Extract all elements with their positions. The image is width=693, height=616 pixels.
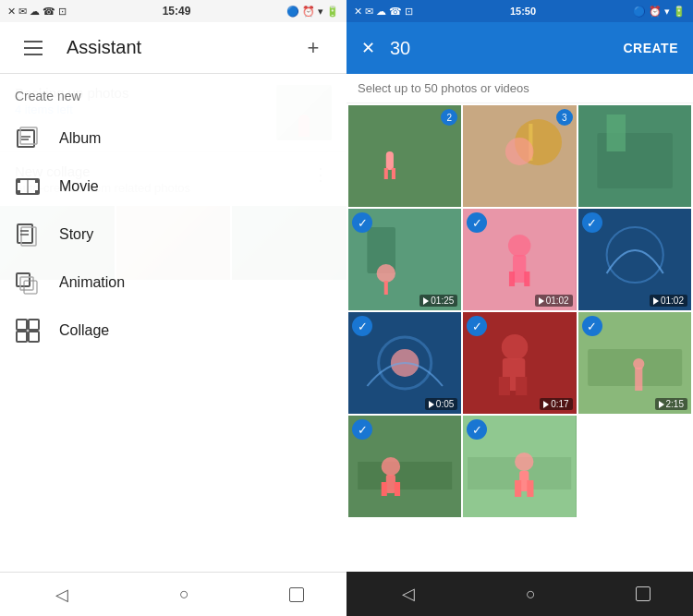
check-badge-4: ✓ [352, 212, 372, 233]
right-panel: ✕ ✉ ☁ ☎ ⊡ 15:50 🔵 ⏰ ▾ 🔋 ✕ 30 CREATE Sele… [346, 0, 693, 616]
svg-point-40 [508, 235, 530, 257]
duration-9: 2:15 [655, 398, 687, 410]
status-icons-left: ✕ ✉ ☁ ☎ ⊡ [7, 6, 67, 18]
svg-point-57 [633, 358, 644, 369]
menu-item-collage[interactable]: Collage [15, 307, 332, 355]
svg-rect-10 [17, 190, 20, 194]
svg-rect-59 [358, 462, 452, 489]
photo-cell-2[interactable]: 3 [463, 105, 576, 207]
photo-cell-3[interactable] [578, 105, 691, 207]
photo-cell-11[interactable]: ✓ [463, 416, 576, 517]
svg-rect-62 [382, 482, 387, 496]
photo-cell-5[interactable]: ✓ 01:02 [463, 209, 576, 310]
duration-8: 0:17 [540, 398, 572, 410]
collage-icon [15, 318, 41, 344]
duration-5: 01:02 [535, 295, 573, 307]
story-icon [15, 222, 41, 248]
svg-rect-2 [24, 54, 43, 55]
svg-rect-11 [35, 190, 39, 194]
menu-button[interactable] [15, 30, 52, 66]
album-label: Album [59, 130, 101, 147]
select-hint: Select up to 50 photos or videos [346, 74, 693, 103]
svg-point-37 [377, 264, 395, 283]
status-time-right: 15:50 [510, 6, 536, 17]
svg-rect-17 [17, 273, 30, 286]
page-title: Assistant [67, 37, 280, 58]
svg-point-60 [382, 457, 400, 476]
recents-button-right[interactable] [636, 586, 650, 601]
close-button[interactable]: ✕ [361, 38, 375, 58]
svg-rect-61 [386, 475, 395, 493]
photo-cell-9[interactable]: ✓ 2:15 [578, 312, 691, 414]
svg-rect-8 [17, 179, 20, 183]
svg-rect-23 [29, 332, 39, 342]
movie-label: Movie [59, 178, 99, 195]
album-icon [15, 126, 41, 151]
movie-icon [15, 174, 41, 199]
check-badge-7: ✓ [352, 316, 372, 336]
check-badge-10: ✓ [352, 419, 372, 440]
svg-rect-0 [24, 41, 43, 42]
photo-grid: 2 3 [346, 103, 693, 572]
svg-rect-42 [509, 272, 515, 286]
status-bar-left: ✕ ✉ ☁ ☎ ⊡ 15:49 🔵 ⏰ ▾ 🔋 [0, 0, 346, 22]
check-badge-6: ✓ [582, 212, 602, 233]
add-button[interactable]: + [295, 30, 332, 66]
svg-rect-52 [499, 377, 510, 395]
svg-rect-56 [635, 368, 642, 391]
svg-rect-68 [515, 480, 521, 497]
status-bar-right: ✕ ✉ ☁ ☎ ⊡ 15:50 🔵 ⏰ ▾ 🔋 [346, 0, 693, 22]
selection-count: 30 [390, 38, 608, 59]
duration-4: 01:25 [419, 295, 457, 307]
photo-cell-6[interactable]: ✓ 01:02 [578, 209, 691, 310]
svg-rect-21 [29, 320, 39, 330]
home-button-right[interactable]: ○ [513, 575, 550, 612]
svg-point-31 [505, 138, 534, 165]
bottom-nav-left: ◁ ○ [0, 572, 346, 616]
collage-label: Collage [59, 322, 109, 339]
svg-rect-26 [384, 168, 388, 179]
status-icons-left-right: ✕ ✉ ☁ ☎ ⊡ [354, 6, 413, 18]
svg-point-50 [502, 334, 529, 360]
status-time-left: 15:49 [163, 5, 191, 18]
create-button[interactable]: CREATE [623, 41, 678, 55]
menu-item-album[interactable]: Album [15, 115, 332, 163]
svg-rect-69 [528, 480, 534, 497]
bottom-nav-right: ◁ ○ [346, 572, 693, 616]
svg-rect-25 [386, 151, 394, 170]
svg-rect-43 [525, 272, 530, 286]
back-button-left[interactable]: ◁ [43, 576, 80, 613]
photo-bg-3 [578, 105, 691, 207]
svg-point-66 [515, 453, 533, 471]
svg-rect-18 [20, 277, 33, 290]
svg-rect-20 [17, 320, 27, 330]
menu-item-story[interactable]: Story [15, 211, 332, 259]
duration-6: 01:02 [650, 295, 687, 307]
left-panel: ✕ ✉ ☁ ☎ ⊡ 15:49 🔵 ⏰ ▾ 🔋 Assistant + Back… [0, 0, 346, 616]
svg-rect-38 [384, 281, 388, 295]
photo-cell-8[interactable]: ✓ 0:17 [463, 312, 576, 414]
story-label: Story [59, 226, 93, 243]
status-icons-right-right: 🔵 ⏰ ▾ 🔋 [633, 6, 686, 18]
svg-rect-34 [606, 115, 625, 151]
animation-label: Animation [59, 274, 125, 291]
battery-wifi-icons: 🔵 ⏰ ▾ 🔋 [286, 6, 339, 18]
menu-item-movie[interactable]: Movie [15, 163, 332, 211]
check-badge-9: ✓ [582, 316, 602, 336]
svg-rect-27 [392, 168, 395, 179]
photo-cell-10[interactable]: ✓ [348, 416, 461, 517]
photo-cell-4[interactable]: ✓ 01:25 [348, 209, 461, 310]
photo-cell-7[interactable]: ✓ 0:05 [348, 312, 461, 414]
svg-rect-22 [17, 332, 27, 342]
svg-rect-53 [516, 377, 527, 395]
home-button-left[interactable]: ○ [166, 576, 203, 613]
svg-rect-63 [395, 482, 400, 496]
menu-item-animation[interactable]: Animation [15, 259, 332, 307]
photo-cell-1[interactable]: 2 [348, 105, 461, 207]
create-new-overlay: Create new Album [0, 74, 346, 572]
back-button-right[interactable]: ◁ [390, 575, 427, 612]
svg-rect-1 [24, 47, 43, 49]
recents-button-left[interactable] [289, 587, 304, 602]
animation-icon [15, 270, 41, 296]
content-left: Backing up photos 4 items left New colla… [0, 74, 346, 572]
